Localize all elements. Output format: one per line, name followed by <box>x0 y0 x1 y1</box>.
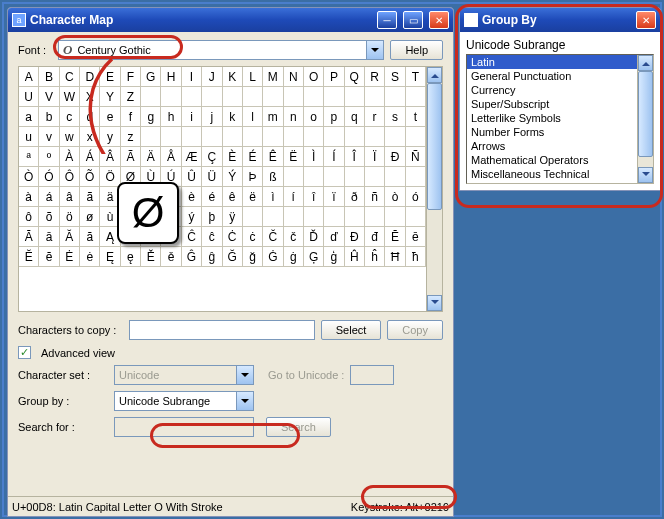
grid-cell[interactable]: ģ <box>324 247 344 267</box>
grid-cell[interactable]: Ý <box>223 167 243 187</box>
grid-cell[interactable]: Y <box>100 87 120 107</box>
grid-cell[interactable] <box>202 127 222 147</box>
grid-cell[interactable]: ò <box>385 187 405 207</box>
grid-cell[interactable]: ĝ <box>202 247 222 267</box>
grid-cell[interactable] <box>141 87 161 107</box>
grid-cell[interactable]: ô <box>19 207 39 227</box>
grid-cell[interactable]: M <box>263 67 283 87</box>
copy-button[interactable]: Copy <box>387 320 443 340</box>
grid-cell[interactable] <box>406 127 426 147</box>
grid-cell[interactable] <box>385 127 405 147</box>
grid-cell[interactable] <box>385 207 405 227</box>
grid-cell[interactable] <box>182 127 202 147</box>
grid-cell[interactable]: i <box>182 107 202 127</box>
grid-cell[interactable]: ð <box>345 187 365 207</box>
grid-cell[interactable]: r <box>365 107 385 127</box>
grid-cell[interactable] <box>385 167 405 187</box>
grid-cell[interactable]: À <box>60 147 80 167</box>
grid-cell[interactable]: ó <box>406 187 426 207</box>
grid-cell[interactable]: ĥ <box>365 247 385 267</box>
font-select[interactable]: O Century Gothic <box>58 40 384 60</box>
groupby-item[interactable]: General Punctuation <box>467 69 637 83</box>
grid-cell[interactable] <box>324 87 344 107</box>
grid-cell[interactable]: Ò <box>19 167 39 187</box>
grid-cell[interactable] <box>324 207 344 227</box>
grid-cell[interactable] <box>324 127 344 147</box>
grid-cell[interactable] <box>345 87 365 107</box>
grid-cell[interactable] <box>365 167 385 187</box>
grid-cell[interactable]: Ĕ <box>19 247 39 267</box>
grid-cell[interactable]: l <box>243 107 263 127</box>
grid-cell[interactable]: u <box>19 127 39 147</box>
grid-cell[interactable]: ď <box>324 227 344 247</box>
grid-cell[interactable] <box>182 87 202 107</box>
scroll-up-button[interactable] <box>638 55 653 71</box>
grid-cell[interactable]: K <box>223 67 243 87</box>
minimize-button[interactable]: ─ <box>377 11 397 29</box>
goto-unicode-input[interactable] <box>350 365 394 385</box>
grid-cell[interactable]: ì <box>263 187 283 207</box>
grid-cell[interactable]: à <box>19 187 39 207</box>
grid-cell[interactable]: C <box>60 67 80 87</box>
close-button[interactable]: ✕ <box>636 11 656 29</box>
grid-cell[interactable]: Ā <box>19 227 39 247</box>
grid-cell[interactable]: x <box>80 127 100 147</box>
grid-cell[interactable] <box>263 207 283 227</box>
grid-cell[interactable] <box>284 167 304 187</box>
chevron-down-icon[interactable] <box>236 392 253 410</box>
grid-cell[interactable]: Ñ <box>406 147 426 167</box>
grid-cell[interactable]: T <box>406 67 426 87</box>
grid-cell[interactable] <box>243 207 263 227</box>
grid-cell[interactable]: S <box>385 67 405 87</box>
grid-cell[interactable] <box>365 207 385 227</box>
grid-cell[interactable]: U <box>19 87 39 107</box>
grid-cell[interactable]: P <box>324 67 344 87</box>
grid-cell[interactable] <box>223 127 243 147</box>
grid-cell[interactable]: ñ <box>365 187 385 207</box>
grid-cell[interactable]: É <box>243 147 263 167</box>
grid-cell[interactable] <box>324 167 344 187</box>
grid-cell[interactable]: Û <box>182 167 202 187</box>
grid-cell[interactable]: m <box>263 107 283 127</box>
grid-cell[interactable]: X <box>80 87 100 107</box>
grid-cell[interactable] <box>365 127 385 147</box>
grid-cell[interactable] <box>345 167 365 187</box>
grid-cell[interactable]: È <box>223 147 243 167</box>
groupby-item[interactable]: Arrows <box>467 139 637 153</box>
grid-cell[interactable]: á <box>39 187 59 207</box>
grid-cell[interactable] <box>161 127 181 147</box>
grid-cell[interactable]: ø <box>80 207 100 227</box>
grid-cell[interactable]: R <box>365 67 385 87</box>
grid-cell[interactable]: y <box>100 127 120 147</box>
groupby-item[interactable]: Number Forms <box>467 125 637 139</box>
grid-cell[interactable] <box>202 87 222 107</box>
grid-cell[interactable]: ý <box>182 207 202 227</box>
grid-cell[interactable]: ę <box>121 247 141 267</box>
characters-to-copy-input[interactable] <box>129 320 315 340</box>
grid-cell[interactable] <box>243 87 263 107</box>
grid-cell[interactable]: Ð <box>385 147 405 167</box>
grid-cell[interactable]: Þ <box>243 167 263 187</box>
grid-cell[interactable]: Ì <box>304 147 324 167</box>
grid-cell[interactable]: Ę <box>100 247 120 267</box>
grid-cell[interactable]: õ <box>39 207 59 227</box>
grid-cell[interactable] <box>284 87 304 107</box>
grid-cell[interactable]: Č <box>263 227 283 247</box>
grid-cell[interactable]: v <box>39 127 59 147</box>
grid-cell[interactable]: Ă <box>60 227 80 247</box>
grid-cell[interactable] <box>406 207 426 227</box>
grid-cell[interactable] <box>263 87 283 107</box>
grid-cell[interactable]: q <box>345 107 365 127</box>
grid-cell[interactable] <box>345 127 365 147</box>
grid-cell[interactable]: Ġ <box>263 247 283 267</box>
grid-cell[interactable]: Ģ <box>304 247 324 267</box>
grid-cell[interactable]: Ĥ <box>345 247 365 267</box>
groupby-item[interactable]: Currency <box>467 83 637 97</box>
grid-cell[interactable]: Ħ <box>385 247 405 267</box>
grid-cell[interactable]: Ó <box>39 167 59 187</box>
grid-cell[interactable]: j <box>202 107 222 127</box>
grid-cell[interactable]: V <box>39 87 59 107</box>
grid-cell[interactable]: e <box>100 107 120 127</box>
grid-cell[interactable]: E <box>100 67 120 87</box>
grid-cell[interactable]: Æ <box>182 147 202 167</box>
